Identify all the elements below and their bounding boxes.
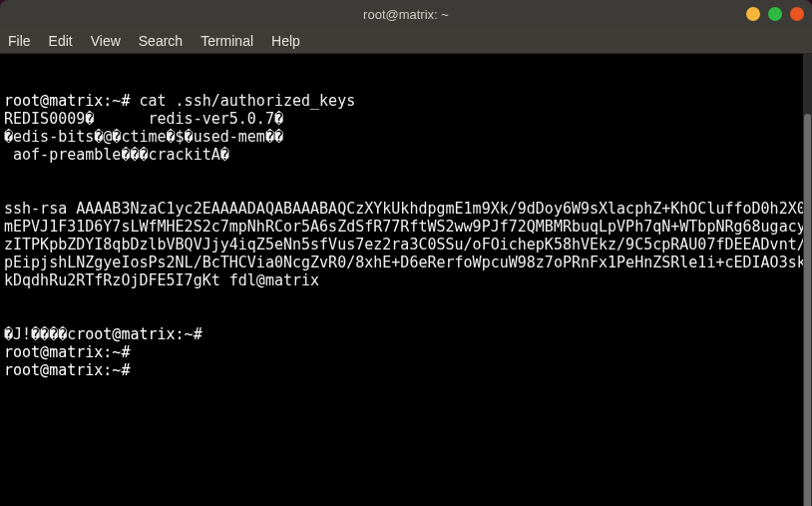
terminal-line	[4, 307, 808, 325]
titlebar: root@matrix: ~	[0, 0, 812, 28]
menu-terminal[interactable]: Terminal	[201, 33, 253, 49]
menubar: File Edit View Search Terminal Help	[0, 28, 812, 54]
terminal-line	[4, 182, 808, 200]
scrollbar-thumb[interactable]	[804, 114, 811, 506]
maximize-icon[interactable]	[768, 7, 782, 21]
terminal-output	[4, 182, 13, 200]
terminal-line: REDIS0009� redis-ver5.0.7�	[4, 110, 808, 128]
shell-prompt: root@matrix:~#	[4, 343, 139, 361]
terminal-output	[4, 307, 13, 325]
garbage-bytes: �J!����c	[4, 325, 76, 343]
terminal-line: root@matrix:~#	[4, 343, 808, 361]
scrollbar-track[interactable]	[803, 54, 812, 506]
terminal-line: ssh-rsa AAAAB3NzaC1yc2EAAAADAQABAAABAQCz…	[4, 200, 808, 289]
terminal-line: root@matrix:~# cat .ssh/authorized_keys	[4, 92, 808, 110]
terminal-line	[4, 289, 808, 307]
menu-help[interactable]: Help	[271, 33, 300, 49]
terminal-output: REDIS0009� redis-ver5.0.7�	[4, 110, 283, 128]
terminal-line: �J!����croot@matrix:~#	[4, 325, 808, 343]
terminal-output: �edis-bits�@�ctime�$�used-mem��	[4, 128, 283, 146]
shell-prompt: root@matrix:~#	[4, 92, 139, 110]
terminal-line	[4, 164, 808, 182]
terminal-output	[4, 289, 13, 307]
menu-view[interactable]: View	[91, 33, 121, 49]
window-title: root@matrix: ~	[363, 7, 449, 22]
terminal-line: �edis-bits�@�ctime�$�used-mem��	[4, 128, 808, 146]
window-controls	[746, 7, 804, 21]
menu-edit[interactable]: Edit	[49, 33, 73, 49]
terminal-window: root@matrix: ~ File Edit View Search Ter…	[0, 0, 812, 506]
close-icon[interactable]	[790, 7, 804, 21]
terminal-output: aof-preamble���crackitA�	[4, 146, 229, 164]
shell-command: cat .ssh/authorized_keys	[139, 92, 355, 110]
terminal-line: aof-preamble���crackitA�	[4, 146, 808, 164]
terminal-body[interactable]: root@matrix:~# cat .ssh/authorized_keysR…	[0, 54, 812, 506]
terminal-output	[4, 164, 13, 182]
menu-search[interactable]: Search	[139, 33, 183, 49]
terminal-output: ssh-rsa AAAAB3NzaC1yc2EAAAADAQABAAABAQCz…	[4, 200, 806, 289]
shell-prompt: root@matrix:~#	[4, 361, 139, 379]
minimize-icon[interactable]	[746, 7, 760, 21]
menu-file[interactable]: File	[8, 33, 31, 49]
shell-prompt: root@matrix:~#	[76, 325, 210, 343]
terminal-line: root@matrix:~#	[4, 361, 808, 379]
